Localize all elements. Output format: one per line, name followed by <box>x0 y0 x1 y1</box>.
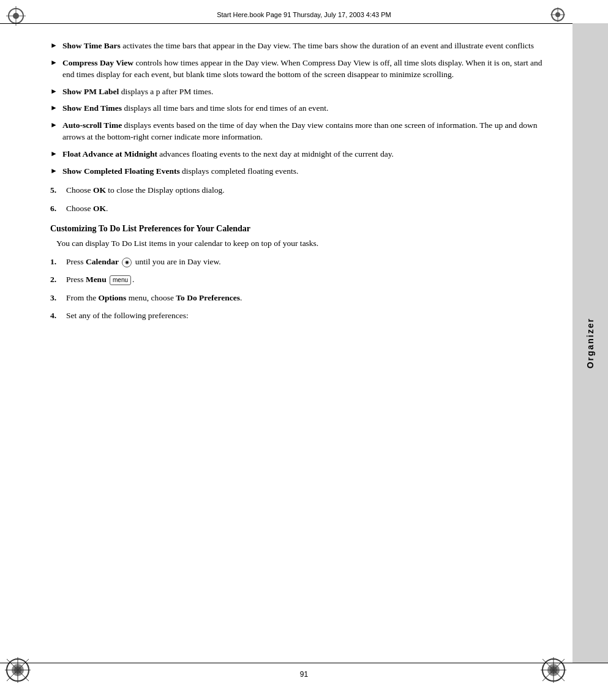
side-tab-label: Organizer <box>585 318 595 368</box>
section-step-2: 2. Press Menu menu. <box>50 274 553 286</box>
desc-4: displays all time bars and time slots fo… <box>124 103 328 113</box>
section-step-1-text: Press Calendar ◉ until you are in Day vi… <box>66 256 221 268</box>
list-item: ► Compress Day View controls how times a… <box>50 57 553 81</box>
term-3: Show PM Label <box>62 87 119 96</box>
section-step-3-text: From the Options menu, choose To Do Pref… <box>66 292 242 304</box>
todo-pref-term: To Do Preferences <box>176 293 240 302</box>
step-6-ok: OK <box>93 204 106 213</box>
desc-2: controls how times appear in the Day vie… <box>62 58 542 80</box>
list-item: ► Show Time Bars activates the time bars… <box>50 40 553 52</box>
term-2: Compress Day View <box>62 58 133 67</box>
step-6: 6. Choose OK. <box>50 203 553 215</box>
corner-decoration-tl <box>6 6 26 28</box>
bullet-arrow-icon: ► <box>50 149 60 159</box>
term-4: Show End Times <box>62 103 122 113</box>
bullet-text-6: Float Advance at Midnight advances float… <box>62 148 553 160</box>
main-content: ► Show Time Bars activates the time bars… <box>38 31 565 657</box>
bullet-arrow-icon: ► <box>50 40 60 51</box>
options-term: Options <box>99 293 127 302</box>
bullet-arrow-icon: ► <box>50 58 60 68</box>
term-5: Auto-scroll Time <box>62 121 122 130</box>
corner-decoration-bl <box>5 657 31 685</box>
desc-7: displays completed floating events. <box>182 166 298 176</box>
bullet-arrow-icon: ► <box>50 86 60 97</box>
side-tab: Organizer <box>572 23 608 663</box>
section-step-1: 1. Press Calendar ◉ until you are in Day… <box>50 256 553 268</box>
step-5-num: 5. <box>50 184 64 196</box>
desc-5: displays events based on the time of day… <box>62 121 537 142</box>
term-7: Show Completed Floating Events <box>62 166 180 176</box>
calendar-icon: ◉ <box>122 258 132 267</box>
list-item: ► Show PM Label displays a p after PM ti… <box>50 86 553 98</box>
section-step-4-text: Set any of the following preferences: <box>66 310 189 322</box>
section-step-2-text: Press Menu menu. <box>66 274 134 286</box>
bullet-text-4: Show End Times displays all time bars an… <box>62 102 553 114</box>
bullet-text-5: Auto-scroll Time displays events based o… <box>62 119 553 143</box>
list-item: ► Float Advance at Midnight advances flo… <box>50 148 553 160</box>
list-item: ► Auto-scroll Time displays events based… <box>50 119 553 143</box>
menu-term: Menu <box>86 275 107 284</box>
bullet-text-2: Compress Day View controls how times app… <box>62 57 553 81</box>
bullet-text-1: Show Time Bars activates the time bars t… <box>62 40 553 52</box>
section-step-4-num: 4. <box>50 310 64 322</box>
desc-3: displays a p after PM times. <box>121 87 214 96</box>
desc-1: activates the time bars that appear in t… <box>122 41 534 50</box>
footer-rule <box>0 663 608 663</box>
step-6-num: 6. <box>50 203 64 215</box>
term-6: Float Advance at Midnight <box>62 149 157 158</box>
corner-decoration-br <box>541 657 566 685</box>
bullet-arrow-icon: ► <box>50 103 60 113</box>
bullet-arrow-icon: ► <box>50 120 60 130</box>
section-step-2-num: 2. <box>50 274 64 286</box>
bullet-text-3: Show PM Label displays a p after PM time… <box>62 86 553 98</box>
header-text: Start Here.book Page 91 Thursday, July 1… <box>217 11 391 18</box>
step-6-text: Choose OK. <box>66 203 108 215</box>
term-1: Show Time Bars <box>62 41 121 50</box>
list-item: ► Show End Times displays all time bars … <box>50 102 553 114</box>
section-step-3-num: 3. <box>50 292 64 304</box>
header-rule <box>0 23 608 24</box>
section-intro: You can display To Do List items in your… <box>50 237 553 250</box>
bullet-text-7: Show Completed Floating Events displays … <box>62 165 553 177</box>
section-step-4: 4. Set any of the following preferences: <box>50 310 553 322</box>
section-step-3: 3. From the Options menu, choose To Do P… <box>50 292 553 304</box>
section-heading: Customizing To Do List Preferences for Y… <box>50 224 553 234</box>
step-5: 5. Choose OK to close the Display option… <box>50 184 553 196</box>
calendar-term: Calendar <box>86 257 119 266</box>
menu-icon: menu <box>110 275 131 286</box>
page-number: 91 <box>300 670 308 679</box>
desc-6: advances floating events to the next day… <box>159 149 394 158</box>
section-step-1-num: 1. <box>50 256 64 268</box>
list-item: ► Show Completed Floating Events display… <box>50 165 553 177</box>
step-5-ok: OK <box>93 185 106 195</box>
bullet-arrow-icon: ► <box>50 166 60 176</box>
step-5-text: Choose OK to close the Display options d… <box>66 184 225 196</box>
bullet-list: ► Show Time Bars activates the time bars… <box>50 40 553 177</box>
